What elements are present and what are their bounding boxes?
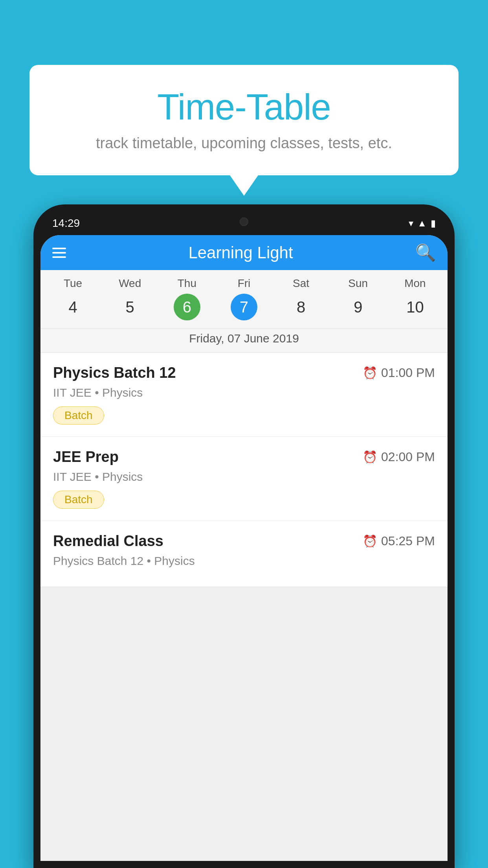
day-header-wed: Wed	[101, 277, 158, 290]
class-card-jee-prep[interactable]: JEE Prep ⏰ 02:00 PM IIT JEE • Physics Ba…	[40, 437, 448, 521]
class-card-header-1: Physics Batch 12 ⏰ 01:00 PM	[53, 364, 435, 381]
class-time-2: ⏰ 02:00 PM	[363, 450, 435, 464]
day-10[interactable]: 10	[387, 294, 444, 320]
day-header-thu: Thu	[158, 277, 215, 290]
phone-frame: 14:29 ▾ ▲ ▮ Learning Light 🔍 Tue Wed	[33, 204, 455, 868]
day-header-sat: Sat	[273, 277, 330, 290]
phone-status-bar: 14:29 ▾ ▲ ▮	[40, 211, 448, 235]
class-detail-2: IIT JEE • Physics	[53, 470, 435, 484]
bubble-subtitle: track timetable, upcoming classes, tests…	[53, 135, 435, 152]
day-9[interactable]: 9	[330, 294, 387, 320]
menu-line-3	[52, 256, 66, 258]
class-card-physics-batch[interactable]: Physics Batch 12 ⏰ 01:00 PM IIT JEE • Ph…	[40, 353, 448, 437]
class-name-2: JEE Prep	[53, 449, 119, 465]
clock-icon-3: ⏰	[363, 534, 377, 548]
class-card-header-3: Remedial Class ⏰ 05:25 PM	[53, 533, 435, 550]
signal-icon: ▲	[417, 218, 427, 229]
app-title: Learning Light	[188, 243, 293, 262]
speech-bubble: Time-Table track timetable, upcoming cla…	[29, 65, 459, 175]
hamburger-menu-icon[interactable]	[52, 248, 66, 258]
app-header: Learning Light 🔍	[40, 235, 448, 270]
clock-icon-2: ⏰	[363, 450, 377, 464]
day-6-today[interactable]: 6	[174, 294, 200, 320]
classes-list: Physics Batch 12 ⏰ 01:00 PM IIT JEE • Ph…	[40, 353, 448, 587]
phone-notch	[209, 211, 279, 232]
class-card-header-2: JEE Prep ⏰ 02:00 PM	[53, 449, 435, 465]
clock-icon-1: ⏰	[363, 366, 377, 380]
wifi-icon: ▾	[409, 218, 413, 229]
phone-time: 14:29	[52, 217, 80, 230]
day-header-tue: Tue	[44, 277, 101, 290]
day-numbers: 4 5 6 7 8 9 10	[40, 292, 448, 326]
day-7-selected[interactable]: 7	[231, 294, 257, 320]
class-card-remedial[interactable]: Remedial Class ⏰ 05:25 PM Physics Batch …	[40, 521, 448, 587]
calendar-section: Tue Wed Thu Fri Sat Sun Mon 4 5 6 7 8 9 …	[40, 270, 448, 353]
search-icon[interactable]: 🔍	[415, 243, 436, 262]
batch-badge-2: Batch	[53, 491, 104, 509]
day-4[interactable]: 4	[44, 294, 101, 320]
class-time-3: ⏰ 05:25 PM	[363, 534, 435, 548]
camera-dot	[240, 217, 248, 226]
day-header-fri: Fri	[215, 277, 272, 290]
speech-bubble-container: Time-Table track timetable, upcoming cla…	[29, 65, 459, 175]
bubble-title: Time-Table	[53, 86, 435, 128]
day-header-mon: Mon	[387, 277, 444, 290]
menu-line-2	[52, 252, 66, 254]
class-name-3: Remedial Class	[53, 533, 163, 550]
class-time-1: ⏰ 01:00 PM	[363, 366, 435, 380]
status-icons: ▾ ▲ ▮	[409, 218, 436, 229]
menu-line-1	[52, 248, 66, 249]
class-name-1: Physics Batch 12	[53, 364, 176, 381]
batch-badge-1: Batch	[53, 406, 104, 425]
class-detail-3: Physics Batch 12 • Physics	[53, 554, 435, 568]
day-8[interactable]: 8	[273, 294, 330, 320]
day-header-sun: Sun	[330, 277, 387, 290]
day-5[interactable]: 5	[101, 294, 158, 320]
phone-screen: Learning Light 🔍 Tue Wed Thu Fri Sat Sun…	[40, 235, 448, 861]
class-detail-1: IIT JEE • Physics	[53, 386, 435, 399]
battery-icon: ▮	[431, 218, 436, 229]
day-headers: Tue Wed Thu Fri Sat Sun Mon	[40, 270, 448, 292]
selected-date: Friday, 07 June 2019	[40, 328, 448, 352]
